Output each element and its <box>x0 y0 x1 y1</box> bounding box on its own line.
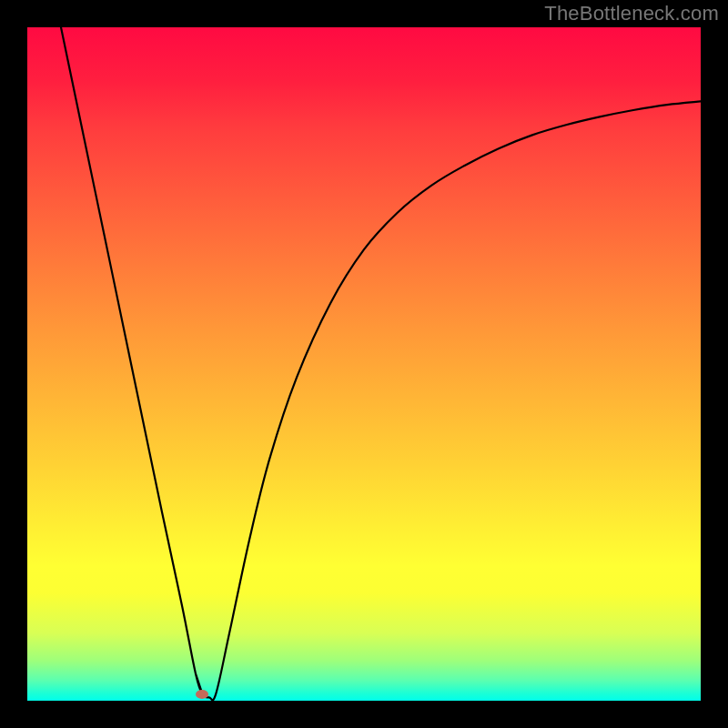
watermark-text: TheBottleneck.com <box>544 2 719 25</box>
optimum-marker <box>196 690 208 699</box>
chart-frame: TheBottleneck.com <box>0 0 728 728</box>
plot-area <box>27 27 701 701</box>
bottleneck-curve <box>27 27 701 701</box>
